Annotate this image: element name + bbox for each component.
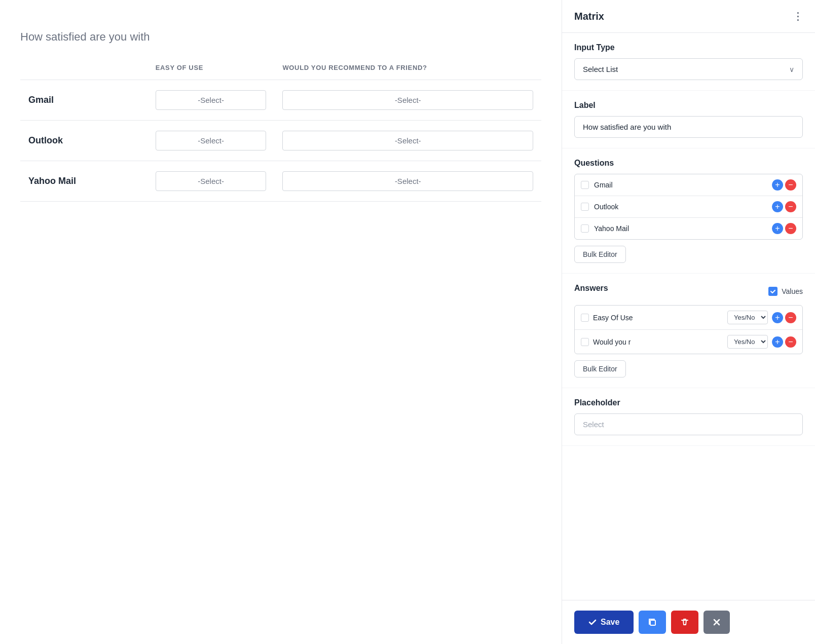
select-gmail-easy[interactable]: -Select- [156,90,267,110]
answers-list: Yes/No + − Yes/No + − [574,305,803,354]
placeholder-label: Placeholder [574,398,803,407]
question-actions-yahoo: + − [772,223,796,234]
answer-actions-easy: + − [772,312,796,323]
add-question-outlook-button[interactable]: + [772,201,783,212]
answer-input-easy[interactable] [593,314,723,322]
question-input-outlook[interactable] [594,203,767,211]
table-row: Gmail -Select- -Select- [20,80,541,121]
table-row: Outlook -Select- -Select- [20,121,541,161]
list-item: + − [575,196,802,218]
more-options-icon[interactable]: ⋮ [793,10,803,22]
questions-section: Questions + − + − [562,148,815,274]
select-yahoo-recommend[interactable]: -Select- [282,171,533,191]
select-outlook-recommend[interactable]: -Select- [282,131,533,150]
question-checkbox-yahoo[interactable] [581,224,589,233]
col-header-recommend: WOULD YOU RECOMMEND TO A FRIEND? [274,64,541,80]
answer-type-would[interactable]: Yes/No [727,335,768,349]
list-item: Yes/No + − [575,330,802,354]
col-header-easy: EASY OF USE [147,64,275,80]
values-wrapper: Values [768,287,803,296]
svg-rect-0 [650,620,655,625]
answers-section: Answers Values Yes/No + − [562,274,815,388]
panel-header: Matrix ⋮ [562,0,815,33]
question-actions-gmail: + − [772,179,796,191]
add-question-gmail-button[interactable]: + [772,179,783,191]
add-answer-would-button[interactable]: + [772,336,783,348]
label-input[interactable] [574,116,803,138]
input-type-label: Input Type [574,43,803,52]
label-section-label: Label [574,101,803,110]
remove-question-yahoo-button[interactable]: − [785,223,796,234]
row-label-outlook: Outlook [28,135,63,145]
check-save-icon [588,618,597,626]
questions-list: + − + − + − [574,174,803,240]
survey-label: How satisfied are you with [20,30,541,44]
answers-label: Answers [574,284,608,293]
question-checkbox-gmail[interactable] [581,181,589,189]
placeholder-input[interactable] [574,413,803,435]
answer-checkbox-easy[interactable] [581,314,589,322]
row-label-gmail: Gmail [28,95,54,105]
answer-actions-would: + − [772,336,796,348]
delete-button[interactable] [671,611,698,634]
close-button[interactable] [703,611,730,634]
save-button[interactable]: Save [574,611,634,634]
question-actions-outlook: + − [772,201,796,212]
remove-question-gmail-button[interactable]: − [785,179,796,191]
answer-type-easy[interactable]: Yes/No [727,311,768,324]
trash-icon [680,618,689,627]
answer-input-would[interactable] [593,338,723,346]
list-item: Yes/No + − [575,306,802,330]
answers-bulk-editor-button[interactable]: Bulk Editor [574,360,626,377]
label-section: Label [562,91,815,148]
input-type-section: Input Type Select List ∨ [562,33,815,91]
matrix-table: EASY OF USE WOULD YOU RECOMMEND TO A FRI… [20,64,541,202]
close-icon [713,618,721,626]
left-panel: How satisfied are you with EASY OF USE W… [0,0,562,644]
question-checkbox-outlook[interactable] [581,203,589,211]
remove-answer-would-button[interactable]: − [785,336,796,348]
values-label: Values [782,287,803,295]
questions-bulk-editor-button[interactable]: Bulk Editor [574,246,626,263]
list-item: + − [575,218,802,239]
select-gmail-recommend[interactable]: -Select- [282,90,533,110]
panel-title: Matrix [574,11,604,22]
check-icon [770,288,776,294]
panel-footer: Save [562,600,815,644]
chevron-down-icon: ∨ [789,65,794,73]
add-answer-easy-button[interactable]: + [772,312,783,323]
table-row: Yahoo Mail -Select- -Select- [20,161,541,202]
remove-answer-easy-button[interactable]: − [785,312,796,323]
list-item: + − [575,174,802,196]
add-question-yahoo-button[interactable]: + [772,223,783,234]
answers-header: Answers Values [574,284,803,299]
row-label-yahoo: Yahoo Mail [28,176,76,186]
right-panel: Matrix ⋮ Input Type Select List ∨ Label … [562,0,815,644]
remove-question-outlook-button[interactable]: − [785,201,796,212]
select-outlook-easy[interactable]: -Select- [156,131,267,150]
col-header-empty [20,64,147,80]
input-type-dropdown[interactable]: Select List ∨ [574,58,803,80]
question-input-gmail[interactable] [594,181,767,189]
placeholder-section: Placeholder [562,388,815,446]
question-input-yahoo[interactable] [594,224,767,233]
select-yahoo-easy[interactable]: -Select- [156,171,267,191]
input-type-value: Select List [583,65,618,73]
answer-checkbox-would[interactable] [581,338,589,346]
copy-icon [648,618,657,627]
questions-label: Questions [574,159,803,168]
values-checkbox[interactable] [768,287,777,296]
copy-button[interactable] [639,611,666,634]
